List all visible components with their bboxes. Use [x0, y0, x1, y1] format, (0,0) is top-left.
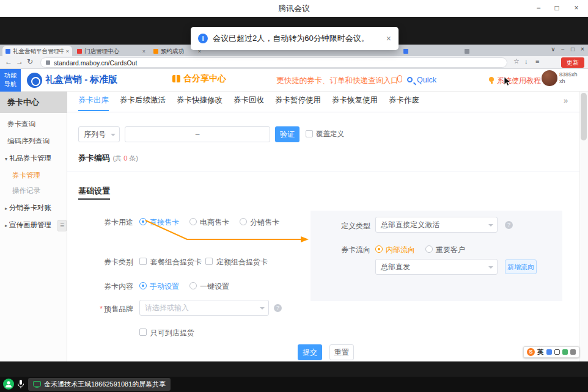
checkbox-store-pickup-only[interactable]	[139, 328, 147, 336]
sidebar-item-operation-log[interactable]: 操作记录	[12, 186, 40, 195]
screen-share-indicator[interactable]: 金禾通技术王斌18662591081的屏幕共享	[28, 378, 171, 391]
close-button[interactable]: ×	[567, 0, 586, 16]
tab-basic-settings[interactable]: 基础设置	[78, 186, 110, 197]
tab-card-activate[interactable]: 券卡后续激活	[120, 95, 166, 111]
reset-button[interactable]: 重置	[329, 344, 354, 360]
minimize-button[interactable]: −	[529, 0, 548, 16]
tab-title: 礼盒营销平台管理中心	[13, 48, 64, 56]
option-manual-setup[interactable]: 手动设置	[150, 281, 179, 292]
tab-card-quick-edit[interactable]: 券卡快捷修改	[177, 95, 222, 111]
option-combo-pickup-card[interactable]: 套餐组合提货卡	[150, 257, 202, 267]
quick-search-link[interactable]: Quick	[417, 76, 436, 84]
info-icon[interactable]: ?	[505, 221, 513, 229]
sidebar-item-code-sequence-query[interactable]: 编码序列查询	[7, 137, 50, 146]
radio-one-click-setup[interactable]	[189, 282, 197, 289]
maximize-button[interactable]: □	[548, 0, 566, 16]
browser-menu-icon[interactable]: ≡	[535, 57, 539, 65]
tab-card-recycle[interactable]: 券卡回收	[233, 95, 264, 111]
checkbox-fixed-combo-pickup-card[interactable]	[205, 258, 213, 265]
toolbox-icon[interactable]	[570, 349, 576, 355]
reload-icon[interactable]: ↻	[27, 57, 33, 66]
serial-input[interactable]	[125, 126, 270, 142]
serial-select[interactable]: 序列号	[78, 126, 120, 142]
define-type-select[interactable]: 总部直接定义激活	[375, 217, 498, 233]
submit-button[interactable]: 提交	[298, 344, 322, 360]
caret-icon	[488, 266, 493, 269]
browser-minimize-button[interactable]: −	[559, 46, 567, 53]
sidebar-title: 券卡中心	[0, 92, 67, 113]
ime-language-toggle[interactable]: 英	[537, 348, 544, 357]
download-icon[interactable]: ↓	[524, 57, 528, 65]
tab-card-pause[interactable]: 券卡暂停使用	[275, 95, 321, 111]
override-checkbox[interactable]	[306, 130, 313, 137]
checkbox-combo-pickup-card[interactable]	[139, 258, 147, 265]
caret-icon	[260, 307, 265, 310]
verify-button[interactable]: 验证	[275, 126, 300, 142]
avatar[interactable]	[542, 70, 557, 86]
radio-manual-setup[interactable]	[139, 282, 147, 289]
define-type-label: 定义类型	[312, 221, 370, 231]
meeting-app-icon[interactable]	[3, 379, 14, 390]
option-important-customer[interactable]: 重要客户	[436, 245, 465, 255]
add-flow-button[interactable]: 新增流向	[505, 260, 537, 274]
toast-close-icon[interactable]: ×	[386, 34, 391, 43]
option-store-pickup-only[interactable]: 只可到店提货	[150, 328, 194, 338]
browser-tab-active[interactable]: 礼盒营销平台管理中心 ×	[2, 46, 72, 57]
tab-card-void[interactable]: 券卡作废	[389, 95, 419, 111]
option-fixed-combo-pickup-card[interactable]: 定额组合提货卡	[216, 257, 268, 267]
update-button[interactable]: 更新	[561, 57, 584, 68]
radio-important-customer[interactable]	[425, 245, 433, 253]
flow-select[interactable]: 总部直发	[375, 259, 498, 275]
skin-icon[interactable]	[562, 349, 568, 355]
browser-close-button[interactable]: ×	[578, 46, 587, 53]
info-icon[interactable]: ?	[274, 304, 282, 312]
tab-card-resume[interactable]: 券卡恢复使用	[332, 95, 378, 111]
tab-favicon	[465, 49, 469, 54]
browser-menu-chevron-icon[interactable]: ∨	[549, 46, 557, 53]
annotation-arrow	[141, 215, 318, 245]
tab-card-outbound[interactable]: 券卡出库	[78, 95, 109, 111]
browser-tab[interactable]	[461, 46, 520, 57]
flow-label: 券卡流向	[312, 245, 370, 255]
nav-toggle-button[interactable]: 功能 导航	[0, 69, 21, 92]
tab-close-icon[interactable]: ×	[142, 48, 145, 54]
sidebar-item-card-query[interactable]: 券卡查询	[7, 120, 35, 129]
browser-tab[interactable]: 门店管理中心 ×	[74, 46, 149, 57]
scrollbar-thumb[interactable]	[581, 93, 587, 140]
mic-icon[interactable]	[546, 349, 552, 355]
browser-tab[interactable]	[400, 46, 459, 57]
share-center-link[interactable]: 合分享中心	[183, 73, 226, 84]
panel-expand-icon[interactable]: »	[564, 96, 568, 105]
forward-icon[interactable]: →	[16, 57, 23, 66]
option-one-click-setup[interactable]: 一键设置	[200, 281, 229, 292]
radio-internal-flow[interactable]	[375, 245, 383, 253]
sidebar-group-brochure-mgmt[interactable]: ▸宣传画册管理	[5, 220, 51, 230]
bookmark-star-icon[interactable]: ☆	[513, 57, 520, 65]
mic-icon[interactable]	[17, 379, 25, 389]
sidebar-item-card-mgmt-active[interactable]: 券卡管理	[12, 171, 40, 180]
meeting-toast: i 会议已超过2人，自动转为60分钟限时会议。 ×	[191, 27, 399, 50]
chevron-down-icon: ▾	[5, 156, 7, 162]
ime-logo-icon[interactable]: S	[527, 348, 535, 356]
info-icon: i	[198, 34, 208, 43]
meeting-titlebar: 腾讯会议	[0, 0, 588, 17]
sidebar-group-distribution-reconcile[interactable]: ▸分销券卡对账	[5, 203, 51, 212]
option-internal-flow[interactable]: 内部流向	[386, 245, 415, 255]
ime-toolbar[interactable]: S 英	[523, 346, 579, 358]
tab-close-icon[interactable]: ×	[66, 48, 69, 54]
browser-maximize-button[interactable]: □	[568, 46, 577, 53]
usage-label: 券卡用途	[86, 217, 133, 228]
share-label: 金禾通技术王斌18662591081的屏幕共享	[44, 380, 166, 389]
keyboard-icon[interactable]	[554, 349, 560, 355]
back-icon[interactable]: ←	[5, 57, 12, 66]
promo-link[interactable]: 更快捷的券卡、订单和快递查询入口	[276, 76, 399, 86]
mouse-click-icon	[397, 75, 402, 82]
caret-icon	[488, 224, 493, 227]
site-icon	[46, 60, 50, 65]
sidebar-group-gift-card-mgmt[interactable]: ▾礼品券卡管理	[5, 154, 51, 163]
brand-select[interactable]: 请选择或输入	[139, 300, 269, 316]
search-icon[interactable]	[407, 77, 413, 82]
caret-icon	[111, 134, 116, 136]
url-field[interactable]: standard.maboy.cn/CardsOut	[40, 57, 507, 68]
sidebar-collapse-handle[interactable]: ☰	[57, 220, 67, 231]
